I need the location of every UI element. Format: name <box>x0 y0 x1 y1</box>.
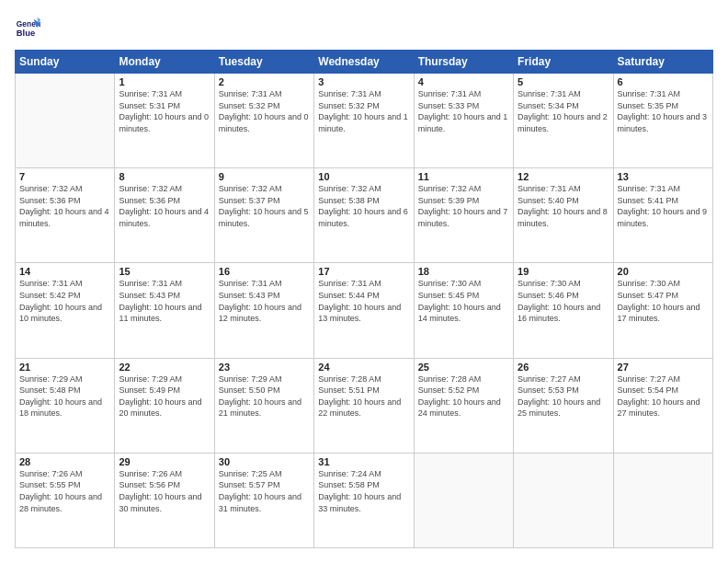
day-number: 31 <box>318 456 409 467</box>
day-info: Sunrise: 7:31 AMSunset: 5:31 PMDaylight:… <box>119 88 210 134</box>
day-info: Sunrise: 7:31 AMSunset: 5:41 PMDaylight:… <box>618 183 709 229</box>
day-number: 14 <box>19 266 110 277</box>
weekday-header-saturday: Saturday <box>613 51 712 74</box>
day-number: 17 <box>318 266 409 277</box>
day-number: 19 <box>518 266 609 277</box>
day-number: 23 <box>219 362 310 373</box>
day-info: Sunrise: 7:30 AMSunset: 5:45 PMDaylight:… <box>418 278 509 324</box>
calendar-cell <box>414 453 513 547</box>
day-number: 9 <box>219 171 310 182</box>
day-info: Sunrise: 7:29 AMSunset: 5:50 PMDaylight:… <box>219 373 310 419</box>
day-info: Sunrise: 7:30 AMSunset: 5:46 PMDaylight:… <box>518 278 609 324</box>
day-info: Sunrise: 7:31 AMSunset: 5:35 PMDaylight:… <box>618 88 709 134</box>
logo-icon: General Blue <box>15 15 40 40</box>
calendar-cell: 31Sunrise: 7:24 AMSunset: 5:58 PMDayligh… <box>314 453 414 547</box>
calendar-cell: 24Sunrise: 7:28 AMSunset: 5:51 PMDayligh… <box>314 358 414 453</box>
calendar-cell: 3Sunrise: 7:31 AMSunset: 5:32 PMDaylight… <box>314 74 414 168</box>
day-info: Sunrise: 7:32 AMSunset: 5:36 PMDaylight:… <box>19 183 110 229</box>
day-info: Sunrise: 7:32 AMSunset: 5:37 PMDaylight:… <box>219 183 310 229</box>
weekday-header-row: SundayMondayTuesdayWednesdayThursdayFrid… <box>16 51 713 74</box>
day-number: 28 <box>19 456 110 467</box>
day-number: 30 <box>219 456 310 467</box>
day-info: Sunrise: 7:31 AMSunset: 5:32 PMDaylight:… <box>219 88 310 134</box>
day-number: 18 <box>418 266 509 277</box>
weekday-header-tuesday: Tuesday <box>214 51 313 74</box>
page: General Blue SundayMondayTuesdayWednesda… <box>0 0 728 563</box>
day-info: Sunrise: 7:31 AMSunset: 5:43 PMDaylight:… <box>119 278 210 324</box>
day-number: 1 <box>119 76 210 87</box>
calendar-cell: 9Sunrise: 7:32 AMSunset: 5:37 PMDaylight… <box>214 168 313 263</box>
day-info: Sunrise: 7:31 AMSunset: 5:42 PMDaylight:… <box>19 278 110 324</box>
day-number: 29 <box>119 456 210 467</box>
day-number: 3 <box>318 76 409 87</box>
day-info: Sunrise: 7:28 AMSunset: 5:51 PMDaylight:… <box>318 373 409 419</box>
day-number: 12 <box>518 171 609 182</box>
calendar-cell: 16Sunrise: 7:31 AMSunset: 5:43 PMDayligh… <box>214 263 313 358</box>
calendar-cell: 29Sunrise: 7:26 AMSunset: 5:56 PMDayligh… <box>115 453 214 547</box>
calendar-cell: 21Sunrise: 7:29 AMSunset: 5:48 PMDayligh… <box>16 358 115 453</box>
day-number: 26 <box>518 362 609 373</box>
calendar-week-5: 28Sunrise: 7:26 AMSunset: 5:55 PMDayligh… <box>16 453 713 547</box>
calendar-cell: 10Sunrise: 7:32 AMSunset: 5:38 PMDayligh… <box>314 168 414 263</box>
day-info: Sunrise: 7:28 AMSunset: 5:52 PMDaylight:… <box>418 373 509 419</box>
day-info: Sunrise: 7:29 AMSunset: 5:49 PMDaylight:… <box>119 373 210 419</box>
calendar-cell: 26Sunrise: 7:27 AMSunset: 5:53 PMDayligh… <box>514 358 613 453</box>
day-info: Sunrise: 7:24 AMSunset: 5:58 PMDaylight:… <box>318 468 409 514</box>
day-number: 22 <box>119 362 210 373</box>
day-number: 20 <box>618 266 709 277</box>
calendar-cell: 27Sunrise: 7:27 AMSunset: 5:54 PMDayligh… <box>613 358 712 453</box>
calendar-cell: 30Sunrise: 7:25 AMSunset: 5:57 PMDayligh… <box>214 453 313 547</box>
calendar-cell: 1Sunrise: 7:31 AMSunset: 5:31 PMDaylight… <box>115 74 214 168</box>
calendar-cell <box>514 453 613 547</box>
calendar-cell: 28Sunrise: 7:26 AMSunset: 5:55 PMDayligh… <box>16 453 115 547</box>
calendar-cell: 22Sunrise: 7:29 AMSunset: 5:49 PMDayligh… <box>115 358 214 453</box>
calendar-cell: 7Sunrise: 7:32 AMSunset: 5:36 PMDaylight… <box>16 168 115 263</box>
day-info: Sunrise: 7:31 AMSunset: 5:44 PMDaylight:… <box>318 278 409 324</box>
calendar-cell: 14Sunrise: 7:31 AMSunset: 5:42 PMDayligh… <box>16 263 115 358</box>
calendar-week-1: 1Sunrise: 7:31 AMSunset: 5:31 PMDaylight… <box>16 74 713 168</box>
day-info: Sunrise: 7:32 AMSunset: 5:36 PMDaylight:… <box>119 183 210 229</box>
day-number: 24 <box>318 362 409 373</box>
day-number: 13 <box>618 171 709 182</box>
calendar-cell: 2Sunrise: 7:31 AMSunset: 5:32 PMDaylight… <box>214 74 313 168</box>
header: General Blue <box>15 15 713 40</box>
weekday-header-thursday: Thursday <box>414 51 513 74</box>
calendar-week-4: 21Sunrise: 7:29 AMSunset: 5:48 PMDayligh… <box>16 358 713 453</box>
day-number: 8 <box>119 171 210 182</box>
calendar-cell: 15Sunrise: 7:31 AMSunset: 5:43 PMDayligh… <box>115 263 214 358</box>
weekday-header-sunday: Sunday <box>16 51 115 74</box>
calendar-cell: 13Sunrise: 7:31 AMSunset: 5:41 PMDayligh… <box>613 168 712 263</box>
calendar-cell: 6Sunrise: 7:31 AMSunset: 5:35 PMDaylight… <box>613 74 712 168</box>
day-info: Sunrise: 7:29 AMSunset: 5:48 PMDaylight:… <box>19 373 110 419</box>
day-number: 11 <box>418 171 509 182</box>
day-info: Sunrise: 7:27 AMSunset: 5:53 PMDaylight:… <box>518 373 609 419</box>
day-number: 2 <box>219 76 310 87</box>
weekday-header-friday: Friday <box>514 51 613 74</box>
day-number: 15 <box>119 266 210 277</box>
day-info: Sunrise: 7:30 AMSunset: 5:47 PMDaylight:… <box>618 278 709 324</box>
calendar-table: SundayMondayTuesdayWednesdayThursdayFrid… <box>15 50 713 548</box>
weekday-header-monday: Monday <box>115 51 214 74</box>
calendar-week-3: 14Sunrise: 7:31 AMSunset: 5:42 PMDayligh… <box>16 263 713 358</box>
day-info: Sunrise: 7:31 AMSunset: 5:32 PMDaylight:… <box>318 88 409 134</box>
day-number: 6 <box>618 76 709 87</box>
day-number: 7 <box>19 171 110 182</box>
logo: General Blue <box>15 15 44 40</box>
calendar-cell: 5Sunrise: 7:31 AMSunset: 5:34 PMDaylight… <box>514 74 613 168</box>
calendar-cell: 12Sunrise: 7:31 AMSunset: 5:40 PMDayligh… <box>514 168 613 263</box>
calendar-cell <box>613 453 712 547</box>
calendar-cell: 11Sunrise: 7:32 AMSunset: 5:39 PMDayligh… <box>414 168 513 263</box>
day-number: 25 <box>418 362 509 373</box>
weekday-header-wednesday: Wednesday <box>314 51 414 74</box>
day-info: Sunrise: 7:31 AMSunset: 5:43 PMDaylight:… <box>219 278 310 324</box>
calendar-cell: 17Sunrise: 7:31 AMSunset: 5:44 PMDayligh… <box>314 263 414 358</box>
day-info: Sunrise: 7:26 AMSunset: 5:56 PMDaylight:… <box>119 468 210 514</box>
day-number: 10 <box>318 171 409 182</box>
calendar-cell: 25Sunrise: 7:28 AMSunset: 5:52 PMDayligh… <box>414 358 513 453</box>
day-info: Sunrise: 7:31 AMSunset: 5:33 PMDaylight:… <box>418 88 509 134</box>
day-number: 5 <box>518 76 609 87</box>
day-info: Sunrise: 7:32 AMSunset: 5:39 PMDaylight:… <box>418 183 509 229</box>
day-number: 21 <box>19 362 110 373</box>
day-number: 16 <box>219 266 310 277</box>
calendar-week-2: 7Sunrise: 7:32 AMSunset: 5:36 PMDaylight… <box>16 168 713 263</box>
